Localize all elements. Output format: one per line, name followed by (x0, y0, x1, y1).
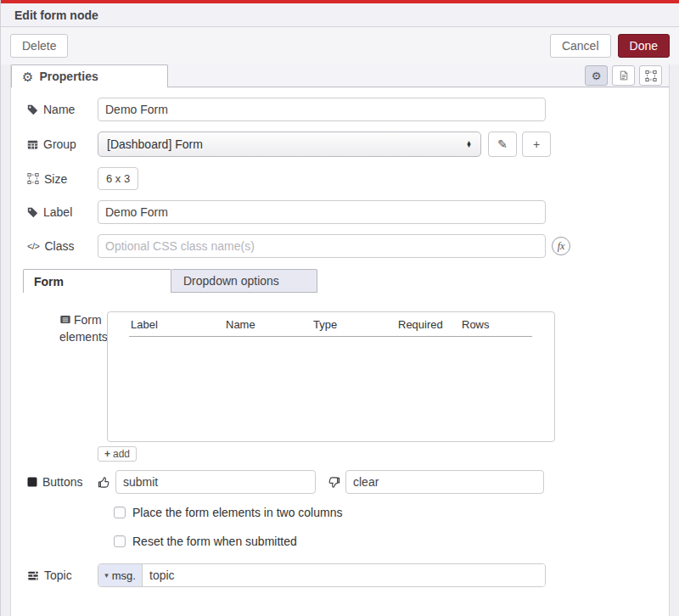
dialog-title: Edit form node (14, 8, 98, 22)
column-header: Name (226, 318, 313, 331)
size-row: Size 6 x 3 (27, 167, 669, 190)
topic-typed-input: ▾ msg. (98, 563, 546, 587)
object-group-icon (27, 173, 39, 184)
square-icon (27, 477, 37, 487)
group-select[interactable]: [Dashboard] Form ▲ ▼ (98, 132, 481, 157)
topic-label: Topic (27, 568, 98, 582)
table-icon (27, 139, 38, 150)
tabbar-action-buttons: ⚙ (585, 65, 662, 86)
tag-icon (27, 207, 38, 218)
tab-dropdown-options[interactable]: Dropdown options (171, 269, 317, 293)
topic-input[interactable] (143, 564, 545, 586)
form-elements-section: Form elements Label Name Type Required R… (27, 311, 669, 442)
dialog-header: Edit form node (1, 3, 679, 27)
reset-form-checkbox[interactable] (114, 535, 126, 547)
tab-form[interactable]: Form (23, 269, 171, 293)
object-group-icon (645, 70, 657, 81)
submit-button-input[interactable] (115, 470, 316, 494)
tag-icon (27, 104, 38, 115)
topic-row: Topic ▾ msg. (27, 563, 669, 587)
column-header: Label (131, 318, 226, 331)
gear-icon: ⚙ (592, 70, 602, 81)
label-row: Label (27, 200, 669, 224)
pencil-icon: ✎ (497, 137, 508, 151)
class-input[interactable] (98, 234, 546, 258)
form-elements-list[interactable]: Label Name Type Required Rows (107, 311, 555, 442)
add-group-button[interactable]: + (522, 132, 551, 157)
column-header: Rows (462, 318, 532, 331)
caret-down-icon: ▾ (104, 572, 109, 580)
group-label: Group (27, 137, 98, 151)
clear-button-input[interactable] (345, 470, 544, 494)
edit-node-dialog: Edit form node Delete Cancel Done ⚙ Prop… (1, 0, 679, 616)
edit-panel: ⚙ Properties ⚙ (10, 64, 670, 616)
class-label: </> Class (27, 239, 98, 253)
two-columns-checkbox[interactable] (114, 507, 126, 518)
done-button[interactable]: Done (618, 34, 670, 58)
reset-form-label: Reset the form when submitted (132, 535, 297, 548)
form-subtabs: Form Dropdown options (23, 269, 669, 293)
form-elements-label: Form elements (27, 311, 107, 346)
label-label: Label (27, 205, 98, 219)
buttons-row: Buttons (27, 470, 669, 494)
thumbs-down-icon (328, 476, 340, 489)
topic-type-label: msg. (112, 569, 136, 582)
group-select-value: [Dashboard] Form (107, 137, 203, 151)
column-header: Type (313, 318, 398, 331)
plus-icon: + (533, 137, 540, 151)
add-element-button[interactable]: +add (98, 446, 137, 462)
label-input[interactable] (98, 200, 546, 224)
cancel-button[interactable]: Cancel (550, 34, 611, 58)
tab-properties-label: Properties (39, 70, 98, 83)
buttons-label: Buttons (27, 475, 98, 489)
size-button[interactable]: 6 x 3 (98, 167, 138, 190)
group-row: Group [Dashboard] Form ▲ ▼ ✎ + (27, 132, 669, 157)
fx-badge: fx (552, 237, 570, 255)
editor-tab-bar: ⚙ Properties ⚙ (11, 64, 669, 87)
document-icon (619, 70, 629, 81)
delete-button[interactable]: Delete (10, 34, 68, 58)
properties-gear-button[interactable]: ⚙ (585, 65, 608, 86)
gear-icon: ⚙ (22, 70, 33, 83)
class-row: </> Class fx (27, 234, 669, 258)
tasks-icon (27, 570, 39, 581)
plus-icon: + (104, 448, 110, 460)
select-arrows-icon: ▲ ▼ (466, 141, 472, 148)
list-alt-icon (59, 314, 71, 325)
name-row: Name (27, 98, 669, 121)
tab-properties[interactable]: ⚙ Properties (11, 64, 168, 87)
form-elements-header: Label Name Type Required Rows (129, 318, 532, 337)
buttons-field (98, 470, 544, 494)
dialog-toolbar: Delete Cancel Done (1, 27, 679, 64)
code-icon: </> (27, 241, 39, 251)
description-button[interactable] (612, 65, 635, 86)
toolbar-right-group: Cancel Done (550, 34, 670, 58)
topic-type-select[interactable]: ▾ msg. (98, 564, 143, 586)
thumbs-up-icon (98, 476, 110, 489)
column-header: Required (398, 318, 462, 331)
two-columns-label: Place the form elements in two columns (132, 506, 342, 519)
two-columns-option: Place the form elements in two columns (114, 506, 669, 519)
properties-content: Name Group [Dashboard] Form ▲ ▼ (11, 87, 669, 587)
name-input[interactable] (98, 98, 546, 121)
edit-group-button[interactable]: ✎ (488, 132, 517, 157)
reset-form-option: Reset the form when submitted (114, 535, 669, 548)
appearance-button[interactable] (639, 65, 662, 86)
size-label: Size (27, 172, 98, 186)
name-label: Name (27, 103, 98, 116)
